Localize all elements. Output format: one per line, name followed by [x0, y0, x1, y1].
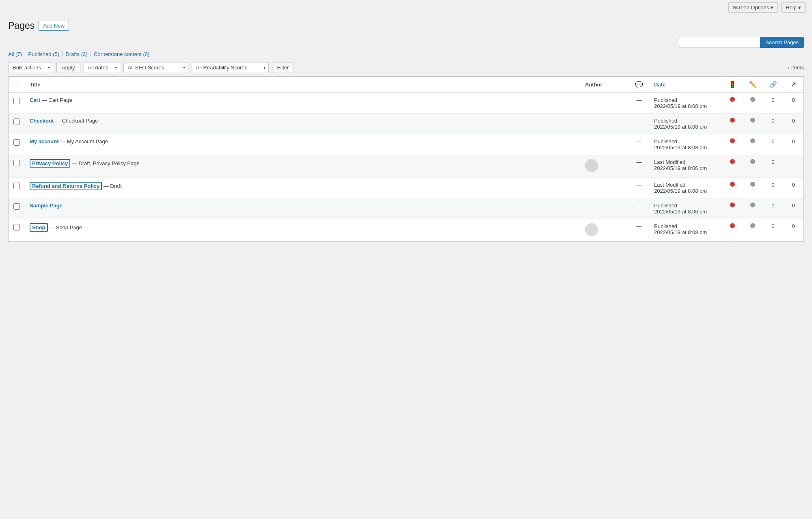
toolbar-row: Bulk actions ▾ Apply All dates ▾ All SEO… [8, 62, 804, 73]
seo-dot [730, 182, 735, 187]
date-value: 2022/05/19 at 8:08 pm [654, 188, 717, 194]
author-header-label: Author [585, 82, 603, 88]
page-title-link[interactable]: Sample Page [30, 202, 63, 209]
date-status: Published [654, 118, 717, 124]
page-title-link[interactable]: Shop [32, 224, 45, 230]
row-num1-cell: 0 [763, 155, 783, 177]
seo-scores-select[interactable]: All SEO Scores [123, 62, 188, 73]
row-checkbox[interactable] [13, 139, 20, 146]
filter-button[interactable]: Filter [272, 62, 294, 73]
row-readability-cell [743, 155, 763, 177]
content-area: Pages Add New Search Pages All (7) | Pub… [0, 15, 812, 250]
row-checkbox[interactable] [13, 183, 20, 189]
date-value: 2022/05/19 at 8:08 pm [654, 124, 717, 130]
all-count: (7) [15, 51, 22, 57]
all-label: All [8, 51, 14, 57]
add-new-button[interactable]: Add New [39, 21, 69, 31]
row-checkbox[interactable] [13, 118, 20, 125]
row-date-cell: Published2022/05/19 at 8:08 pm [649, 113, 722, 134]
col-seo-header: 🚦 [722, 77, 743, 93]
row-seo-cell [722, 134, 743, 155]
row-title-cell: Refund and Returns Policy — Draft [25, 177, 580, 198]
row-comment-cell: — [629, 155, 649, 177]
drafts-label: Drafts [65, 51, 80, 57]
drafts-count: (2) [81, 51, 88, 57]
row-date-cell: Last Modified2022/05/19 at 8:08 pm [649, 177, 722, 198]
avatar [585, 159, 598, 172]
row-checkbox[interactable] [13, 160, 20, 166]
screen-options-button[interactable]: Screen Options ▾ [728, 2, 778, 13]
seo-dot [730, 223, 735, 228]
table-row: Checkout — Checkout Page—Published2022/0… [9, 113, 803, 134]
row-date-cell: Last Modified2022/05/19 at 8:06 pm [649, 155, 722, 177]
row-num2-cell [783, 155, 803, 177]
row-checkbox[interactable] [13, 203, 20, 210]
page-title-suffix: — Shop Page [48, 224, 82, 230]
row-checkbox-cell [9, 198, 25, 219]
row-date-cell: Published2022/05/19 at 8:08 pm [649, 219, 722, 241]
col-date-header: Date [649, 77, 722, 93]
dates-wrap: All dates ▾ [84, 62, 120, 73]
date-sort-link[interactable]: Date [654, 82, 665, 88]
readability-dot [750, 138, 755, 143]
num1-icon: 🔗 [769, 81, 777, 88]
row-num1-cell: 0 [763, 134, 783, 155]
page-title-link[interactable]: Refund and Returns Policy [32, 183, 99, 189]
page-title-link[interactable]: My account [30, 138, 59, 144]
row-title-cell: Cart — Cart Page [25, 93, 580, 113]
search-input[interactable] [679, 37, 760, 48]
search-pages-button[interactable]: Search Pages [760, 37, 804, 48]
row-seo-cell [722, 219, 743, 241]
seo-scores-wrap: All SEO Scores ▾ [123, 62, 188, 73]
row-num1-cell: 0 [763, 177, 783, 198]
row-checkbox[interactable] [13, 224, 20, 230]
col-title-header: Title [25, 77, 580, 93]
title-header-label: Title [30, 82, 41, 88]
table-body: Cart — Cart Page—Published2022/05/19 at … [9, 93, 803, 241]
row-seo-cell [722, 155, 743, 177]
row-seo-cell [722, 113, 743, 134]
row-comment-cell: — [629, 219, 649, 241]
top-bar: Screen Options ▾ Help ▾ [0, 0, 812, 15]
page-title-suffix: — Cart Page [40, 97, 72, 103]
filter-published-link[interactable]: Published (5) [28, 51, 59, 57]
apply-button[interactable]: Apply [56, 62, 80, 73]
filter-drafts-link[interactable]: Drafts (2) [65, 51, 87, 57]
row-checkbox-cell [9, 219, 25, 241]
row-checkbox-cell [9, 177, 25, 198]
col-author-header: Author [580, 77, 629, 93]
readability-dot [750, 159, 755, 164]
filter-all-link[interactable]: All (7) [8, 51, 22, 57]
row-title-cell: Shop — Shop Page [25, 219, 580, 241]
date-value: 2022/05/19 at 8:06 pm [654, 165, 717, 171]
date-status: Published [654, 97, 717, 103]
row-num2-cell: 0 [783, 134, 803, 155]
dates-select[interactable]: All dates [84, 62, 120, 73]
row-checkbox[interactable] [13, 98, 20, 104]
col-num1-header: 🔗 [763, 77, 783, 93]
page-title-link[interactable]: Cart [30, 97, 40, 103]
seo-dot [730, 138, 735, 143]
table-row: Shop — Shop Page—Published2022/05/19 at … [9, 219, 803, 241]
readability-dot [750, 182, 755, 187]
select-all-checkbox[interactable] [12, 81, 18, 87]
page-wrap: Screen Options ▾ Help ▾ Pages Add New Se… [0, 0, 812, 519]
row-num2-cell: 0 [783, 219, 803, 241]
readability-select[interactable]: All Readability Scores [192, 62, 269, 73]
row-num2-cell: 0 [783, 113, 803, 134]
row-date-cell: Published2022/05/19 at 8:08 pm [649, 134, 722, 155]
row-seo-cell [722, 93, 743, 113]
row-author-cell [580, 219, 629, 241]
search-area: Search Pages [679, 37, 804, 48]
row-author-cell [580, 134, 629, 155]
row-seo-cell [722, 177, 743, 198]
avatar [585, 223, 598, 236]
cornerstone-count: (0) [143, 51, 149, 57]
bulk-actions-select[interactable]: Bulk actions [8, 62, 53, 73]
page-title-link[interactable]: Checkout [30, 118, 54, 124]
page-title-link[interactable]: Privacy Policy [32, 160, 68, 166]
col-num2-header: ↗ [783, 77, 803, 93]
filter-cornerstone-link[interactable]: Cornerstone content (0) [94, 51, 149, 57]
row-comment-cell: — [629, 177, 649, 198]
help-button[interactable]: Help ▾ [781, 2, 806, 13]
